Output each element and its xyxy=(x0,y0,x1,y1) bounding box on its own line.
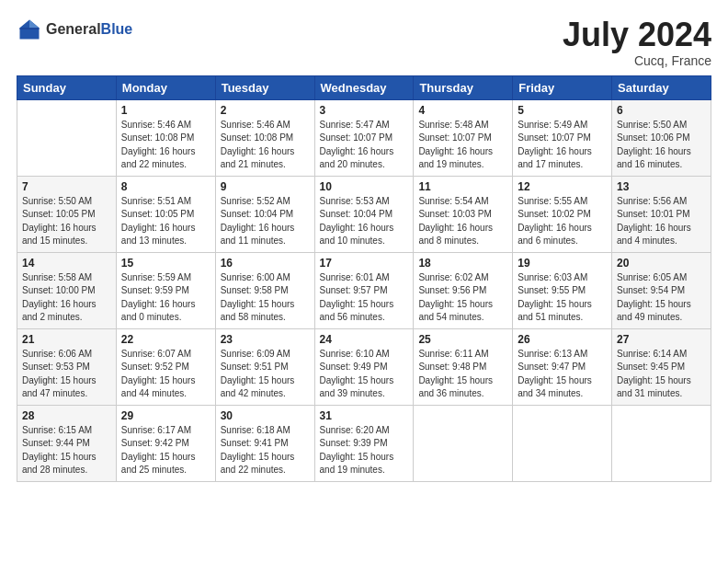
day-info: Sunrise: 5:59 AMSunset: 9:59 PMDaylight:… xyxy=(121,271,210,325)
day-number: 22 xyxy=(121,333,210,346)
page: GeneralBlue July 2024 Cucq, France Sunda… xyxy=(0,0,728,563)
calendar-cell: 29Sunrise: 6:17 AMSunset: 9:42 PMDayligh… xyxy=(116,405,215,481)
calendar-cell: 1Sunrise: 5:46 AMSunset: 10:08 PMDayligh… xyxy=(116,99,215,176)
day-number: 19 xyxy=(518,257,607,270)
day-number: 26 xyxy=(518,333,607,346)
day-info: Sunrise: 5:52 AMSunset: 10:04 PMDaylight… xyxy=(221,195,310,248)
day-number: 8 xyxy=(121,180,210,193)
logo-text: GeneralBlue xyxy=(46,21,132,38)
calendar-cell: 18Sunrise: 6:02 AMSunset: 9:56 PMDayligh… xyxy=(414,252,513,328)
header-row: SundayMondayTuesdayWednesdayThursdayFrid… xyxy=(17,75,711,99)
day-number: 29 xyxy=(121,409,210,422)
day-info: Sunrise: 6:00 AMSunset: 9:58 PMDaylight:… xyxy=(221,271,310,325)
calendar-cell xyxy=(414,405,513,481)
calendar-cell: 9Sunrise: 5:52 AMSunset: 10:04 PMDayligh… xyxy=(215,176,314,252)
day-info: Sunrise: 6:02 AMSunset: 9:56 PMDaylight:… xyxy=(418,271,507,325)
calendar-cell: 5Sunrise: 5:49 AMSunset: 10:07 PMDayligh… xyxy=(513,99,612,176)
day-info: Sunrise: 6:14 AMSunset: 9:45 PMDaylight:… xyxy=(617,348,706,401)
day-info: Sunrise: 6:13 AMSunset: 9:47 PMDaylight:… xyxy=(518,348,607,401)
day-info: Sunrise: 6:09 AMSunset: 9:51 PMDaylight:… xyxy=(221,348,310,401)
day-of-week-header: Friday xyxy=(513,75,612,99)
day-number: 18 xyxy=(418,257,507,270)
day-number: 10 xyxy=(320,180,409,193)
calendar-cell: 17Sunrise: 6:01 AMSunset: 9:57 PMDayligh… xyxy=(314,252,414,328)
calendar-cell: 19Sunrise: 6:03 AMSunset: 9:55 PMDayligh… xyxy=(513,252,612,328)
day-number: 25 xyxy=(418,333,507,346)
day-of-week-header: Wednesday xyxy=(314,75,414,99)
calendar-week-row: 7Sunrise: 5:50 AMSunset: 10:05 PMDayligh… xyxy=(17,176,711,252)
day-info: Sunrise: 5:53 AMSunset: 10:04 PMDaylight… xyxy=(320,195,409,248)
day-number: 6 xyxy=(617,104,706,117)
day-info: Sunrise: 6:10 AMSunset: 9:49 PMDaylight:… xyxy=(320,348,409,401)
day-number: 21 xyxy=(22,333,111,346)
calendar-cell: 20Sunrise: 6:05 AMSunset: 9:54 PMDayligh… xyxy=(612,252,711,328)
day-info: Sunrise: 6:07 AMSunset: 9:52 PMDaylight:… xyxy=(121,348,210,401)
day-info: Sunrise: 5:48 AMSunset: 10:07 PMDaylight… xyxy=(418,119,507,172)
day-number: 24 xyxy=(320,333,409,346)
day-info: Sunrise: 5:47 AMSunset: 10:07 PMDaylight… xyxy=(320,119,409,172)
calendar-cell: 23Sunrise: 6:09 AMSunset: 9:51 PMDayligh… xyxy=(215,328,314,405)
day-number: 23 xyxy=(221,333,310,346)
day-number: 3 xyxy=(320,104,409,117)
calendar-cell: 30Sunrise: 6:18 AMSunset: 9:41 PMDayligh… xyxy=(215,405,314,481)
day-of-week-header: Thursday xyxy=(414,75,513,99)
day-info: Sunrise: 6:05 AMSunset: 9:54 PMDaylight:… xyxy=(617,271,706,325)
day-number: 4 xyxy=(418,104,507,117)
calendar-cell: 13Sunrise: 5:56 AMSunset: 10:01 PMDaylig… xyxy=(612,176,711,252)
logo-blue: Blue xyxy=(101,21,133,37)
svg-marker-1 xyxy=(29,20,40,29)
day-number: 9 xyxy=(221,180,310,193)
day-info: Sunrise: 5:49 AMSunset: 10:07 PMDaylight… xyxy=(518,119,607,172)
day-number: 7 xyxy=(22,180,111,193)
location: Cucq, France xyxy=(563,53,711,68)
day-number: 12 xyxy=(518,180,607,193)
day-of-week-header: Saturday xyxy=(612,75,711,99)
day-number: 5 xyxy=(518,104,607,117)
logo: GeneralBlue xyxy=(17,17,132,42)
day-info: Sunrise: 6:18 AMSunset: 9:41 PMDaylight:… xyxy=(221,424,310,477)
day-of-week-header: Tuesday xyxy=(215,75,314,99)
day-info: Sunrise: 6:17 AMSunset: 9:42 PMDaylight:… xyxy=(121,424,210,477)
day-number: 14 xyxy=(22,257,111,270)
calendar-cell: 4Sunrise: 5:48 AMSunset: 10:07 PMDayligh… xyxy=(414,99,513,176)
day-number: 11 xyxy=(418,180,507,193)
calendar-cell: 26Sunrise: 6:13 AMSunset: 9:47 PMDayligh… xyxy=(513,328,612,405)
calendar-cell: 15Sunrise: 5:59 AMSunset: 9:59 PMDayligh… xyxy=(116,252,215,328)
day-info: Sunrise: 5:50 AMSunset: 10:05 PMDaylight… xyxy=(22,195,111,248)
day-number: 17 xyxy=(320,257,409,270)
day-number: 20 xyxy=(617,257,706,270)
calendar-cell: 3Sunrise: 5:47 AMSunset: 10:07 PMDayligh… xyxy=(314,99,414,176)
calendar-cell xyxy=(612,405,711,481)
calendar-cell: 31Sunrise: 6:20 AMSunset: 9:39 PMDayligh… xyxy=(314,405,414,481)
day-info: Sunrise: 6:20 AMSunset: 9:39 PMDaylight:… xyxy=(320,424,409,477)
day-number: 13 xyxy=(617,180,706,193)
logo-icon xyxy=(17,17,42,42)
day-number: 15 xyxy=(121,257,210,270)
day-info: Sunrise: 6:03 AMSunset: 9:55 PMDaylight:… xyxy=(518,271,607,325)
day-info: Sunrise: 6:01 AMSunset: 9:57 PMDaylight:… xyxy=(320,271,409,325)
day-info: Sunrise: 5:56 AMSunset: 10:01 PMDaylight… xyxy=(617,195,706,248)
day-info: Sunrise: 5:51 AMSunset: 10:05 PMDaylight… xyxy=(121,195,210,248)
calendar-cell: 2Sunrise: 5:46 AMSunset: 10:08 PMDayligh… xyxy=(215,99,314,176)
svg-rect-2 xyxy=(20,28,40,29)
calendar-cell: 22Sunrise: 6:07 AMSunset: 9:52 PMDayligh… xyxy=(116,328,215,405)
calendar-cell: 14Sunrise: 5:58 AMSunset: 10:00 PMDaylig… xyxy=(17,252,117,328)
calendar-cell xyxy=(17,99,117,176)
day-info: Sunrise: 6:06 AMSunset: 9:53 PMDaylight:… xyxy=(22,348,111,401)
calendar-week-row: 1Sunrise: 5:46 AMSunset: 10:08 PMDayligh… xyxy=(17,99,711,176)
day-of-week-header: Monday xyxy=(116,75,215,99)
day-info: Sunrise: 5:58 AMSunset: 10:00 PMDaylight… xyxy=(22,271,111,325)
day-info: Sunrise: 5:50 AMSunset: 10:06 PMDaylight… xyxy=(617,119,706,172)
calendar-cell: 10Sunrise: 5:53 AMSunset: 10:04 PMDaylig… xyxy=(314,176,414,252)
calendar-cell: 6Sunrise: 5:50 AMSunset: 10:06 PMDayligh… xyxy=(612,99,711,176)
calendar-cell: 27Sunrise: 6:14 AMSunset: 9:45 PMDayligh… xyxy=(612,328,711,405)
day-info: Sunrise: 6:11 AMSunset: 9:48 PMDaylight:… xyxy=(418,348,507,401)
calendar-cell: 8Sunrise: 5:51 AMSunset: 10:05 PMDayligh… xyxy=(116,176,215,252)
month-year: July 2024 xyxy=(563,17,711,53)
day-number: 16 xyxy=(221,257,310,270)
calendar-cell: 28Sunrise: 6:15 AMSunset: 9:44 PMDayligh… xyxy=(17,405,117,481)
calendar-cell: 21Sunrise: 6:06 AMSunset: 9:53 PMDayligh… xyxy=(17,328,117,405)
calendar-cell: 24Sunrise: 6:10 AMSunset: 9:49 PMDayligh… xyxy=(314,328,414,405)
day-number: 1 xyxy=(121,104,210,117)
calendar-cell: 16Sunrise: 6:00 AMSunset: 9:58 PMDayligh… xyxy=(215,252,314,328)
